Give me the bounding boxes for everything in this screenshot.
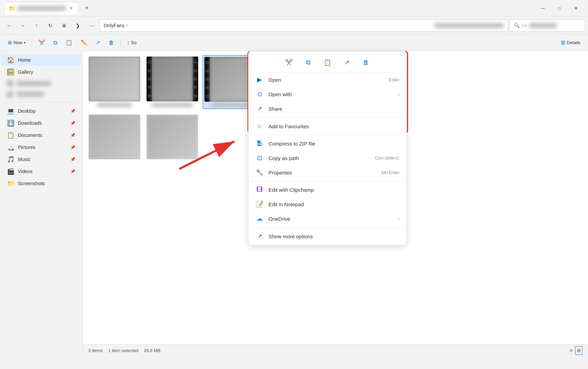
cm-open[interactable]: ▶ Open Enter bbox=[249, 72, 406, 87]
film-content-3 bbox=[210, 57, 251, 102]
file-item-1[interactable] bbox=[87, 55, 142, 109]
device-button[interactable]: 🖥 bbox=[58, 19, 70, 32]
compress-icon: 🗜 bbox=[255, 140, 264, 147]
maximize-button[interactable]: □ bbox=[551, 3, 567, 14]
back-button[interactable]: ← bbox=[3, 19, 15, 32]
film-hole bbox=[148, 86, 151, 89]
sidebar-item-blurred-1[interactable] bbox=[1, 78, 81, 89]
sidebar-item-downloads[interactable]: ⬇️ Downloads 📌 bbox=[1, 117, 81, 129]
cm-sep-3 bbox=[249, 181, 406, 181]
address-segment[interactable]: OnlyFans bbox=[104, 23, 124, 28]
cm-onedrive[interactable]: ☁ OneDrive › bbox=[249, 211, 406, 226]
paste-button[interactable]: 📋 bbox=[62, 37, 76, 48]
sidebar: 🏠 Home 🖼️ Gallery 💻 Desktop 📌 ⬇️ Downloa… bbox=[0, 51, 83, 357]
minimize-button[interactable]: — bbox=[535, 3, 551, 14]
file-name-1 bbox=[97, 103, 132, 107]
cm-open-with-label: Open with bbox=[268, 91, 393, 97]
details-button[interactable]: ⊞ Details bbox=[557, 37, 584, 48]
active-tab[interactable]: 📁 ✕ bbox=[4, 2, 79, 14]
sort-icon: ↕ bbox=[127, 40, 130, 46]
sidebar-item-home[interactable]: 🏠 Home bbox=[1, 54, 81, 66]
cm-copy-path-button[interactable]: 📋 bbox=[321, 56, 334, 69]
sidebar-item-screenshots[interactable]: 📁 Screenshots bbox=[1, 178, 81, 189]
sidebar-separator bbox=[4, 102, 78, 102]
film-strip-left-3 bbox=[204, 57, 210, 102]
sidebar-item-desktop[interactable]: 💻 Desktop 📌 bbox=[1, 105, 81, 117]
sidebar-item-gallery[interactable]: 🖼️ Gallery bbox=[1, 66, 81, 78]
cm-compress[interactable]: 🗜 Compress to ZIP file bbox=[249, 137, 406, 151]
desktop-icon: 💻 bbox=[7, 107, 14, 115]
music-icon: 🎵 bbox=[7, 156, 14, 163]
cm-open-shortcut: Enter bbox=[389, 77, 399, 82]
share-icon-cm: ↗ bbox=[255, 105, 264, 112]
sidebar-item-pictures[interactable]: 🏔️ Pictures 📌 bbox=[1, 141, 81, 153]
cm-cut-button[interactable]: ✂️ bbox=[283, 56, 295, 69]
up-button[interactable]: ↑ bbox=[30, 19, 43, 32]
blurred-icon-1 bbox=[7, 80, 13, 87]
blurred-thumbnail-1 bbox=[89, 57, 140, 101]
cm-delete-button[interactable]: 🗑 bbox=[360, 56, 372, 69]
film-hole bbox=[194, 86, 197, 89]
address-bar[interactable]: OnlyFans > bbox=[99, 19, 508, 32]
cm-copy-path[interactable]: ⊡ Copy as path Ctrl+Shift+C bbox=[249, 151, 406, 165]
sidebar-item-documents[interactable]: 📋 Documents 📌 bbox=[1, 129, 81, 141]
home-icon: 🏠 bbox=[7, 56, 14, 64]
rename-button[interactable]: ✏️ bbox=[77, 37, 91, 48]
file-name-2 bbox=[152, 103, 193, 107]
cm-copy-button[interactable]: ⧉ bbox=[302, 56, 314, 69]
sidebar-item-blurred-2[interactable] bbox=[1, 89, 81, 99]
chevron-right-icon[interactable]: ❯ bbox=[72, 19, 84, 32]
context-menu: ✂️ ⧉ 📋 ↗ 🗑 ▶ Open Enter ⊙ Open with › ↗ … bbox=[248, 51, 407, 245]
cut-icon: ✂️ bbox=[38, 39, 45, 46]
grid-view-button[interactable]: ⊞ bbox=[575, 346, 582, 355]
onedrive-arrow: › bbox=[398, 216, 399, 221]
close-tab-button[interactable]: ✕ bbox=[68, 5, 74, 11]
plus-icon: ⊕ bbox=[8, 39, 12, 46]
file-thumbnail-4 bbox=[89, 114, 140, 159]
file-item-4[interactable] bbox=[87, 113, 142, 161]
forward-button[interactable]: → bbox=[17, 19, 29, 32]
sort-button[interactable]: ↕ So bbox=[123, 38, 140, 48]
more-button[interactable]: ··· bbox=[85, 19, 98, 32]
cm-notepad[interactable]: 📝 Edit in Notepad bbox=[249, 197, 406, 211]
search-blurred bbox=[529, 23, 557, 28]
cm-open-with[interactable]: ⊙ Open with › bbox=[249, 87, 406, 101]
search-bar[interactable]: 🔍 Se bbox=[509, 19, 585, 32]
copy-button[interactable]: ⧉ bbox=[50, 38, 61, 48]
sidebar-item-videos[interactable]: 🎬 Videos 📌 bbox=[1, 166, 81, 177]
cm-notepad-label: Edit in Notepad bbox=[268, 201, 399, 207]
refresh-button[interactable]: ↻ bbox=[44, 19, 57, 32]
blurred-icon-2 bbox=[7, 91, 13, 97]
file-item-2[interactable] bbox=[145, 55, 200, 109]
cm-more-options[interactable]: ↗ Show more options bbox=[249, 229, 406, 243]
new-tab-button[interactable]: + bbox=[81, 3, 92, 14]
cut-button[interactable]: ✂️ bbox=[35, 37, 49, 48]
cm-share[interactable]: ↗ Share bbox=[249, 101, 406, 116]
new-button[interactable]: ⊕ New ▾ bbox=[4, 37, 29, 48]
film-hole bbox=[194, 78, 197, 80]
file-size: 28.6 MB bbox=[144, 348, 160, 353]
film-strip-left bbox=[146, 57, 152, 101]
close-button[interactable]: ✕ bbox=[568, 3, 584, 14]
sidebar-label-music: Music bbox=[18, 157, 31, 162]
cm-sep-4 bbox=[249, 227, 406, 228]
sidebar-label-home: Home bbox=[18, 57, 31, 63]
film-hole bbox=[194, 69, 197, 72]
tab-strip: 📁 ✕ + bbox=[4, 2, 532, 14]
delete-button[interactable]: 🗑 bbox=[105, 38, 118, 48]
cm-properties[interactable]: 🔧 Properties Alt+Enter bbox=[249, 165, 406, 180]
film-hole bbox=[205, 61, 209, 64]
cm-share-button[interactable]: ↗ bbox=[341, 56, 353, 69]
sidebar-label-desktop: Desktop bbox=[18, 108, 36, 114]
list-view-button[interactable]: ≡ bbox=[568, 347, 574, 355]
cm-clipchamp[interactable]: 🎞 Edit with Clipchamp bbox=[249, 183, 406, 197]
file-thumbnail-5 bbox=[146, 114, 198, 159]
cm-favourites[interactable]: ☆ Add to Favourites bbox=[249, 119, 406, 133]
cm-more-options-label: Show more options bbox=[268, 233, 399, 239]
file-item-5[interactable] bbox=[145, 113, 200, 161]
share-button[interactable]: ↗ bbox=[92, 37, 104, 48]
file-thumbnail-2 bbox=[146, 57, 198, 101]
film-hole bbox=[205, 78, 209, 81]
sidebar-item-music[interactable]: 🎵 Music 📌 bbox=[1, 153, 81, 165]
pin-icon-desktop: 📌 bbox=[70, 109, 75, 113]
